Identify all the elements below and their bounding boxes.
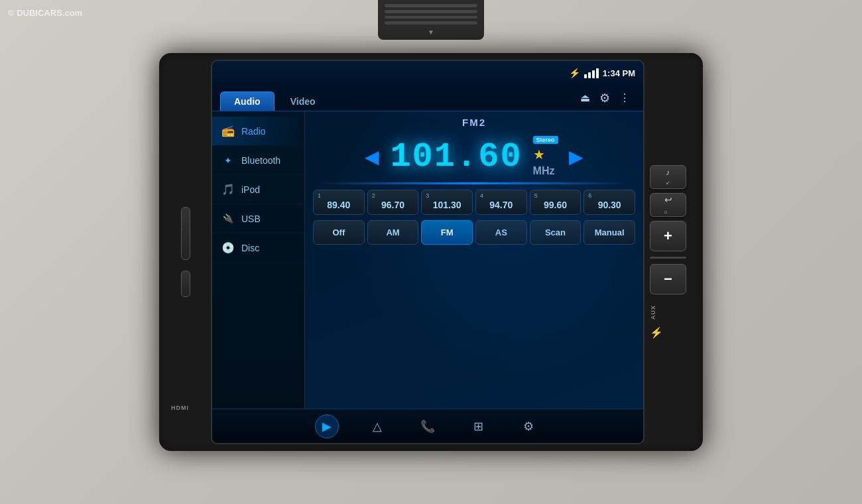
sidebar-item-ipod[interactable]: 🎵 iPod	[212, 175, 304, 204]
frequency-value: 101.60	[390, 137, 522, 176]
sidebar-item-label-ipod: iPod	[241, 184, 260, 195]
left-slider	[181, 207, 190, 260]
mode-button-fm[interactable]: FM	[421, 220, 473, 245]
preset-button-6[interactable]: 690.30	[584, 190, 635, 215]
preset-freq-3: 101.30	[424, 200, 469, 210]
tab-audio[interactable]: Audio	[220, 92, 275, 111]
disc-icon: 💿	[221, 241, 235, 254]
frequency-unit: MHz	[533, 165, 555, 177]
frequency-bar	[318, 182, 630, 184]
settings-icon[interactable]: ⚙	[599, 91, 610, 105]
favorite-star-icon[interactable]: ★	[533, 147, 545, 162]
sidebar-item-usb[interactable]: 🔌 USB	[212, 204, 304, 233]
sidebar-item-label-radio: Radio	[241, 126, 266, 137]
vent-slat	[385, 10, 477, 13]
signal-bar-4	[596, 68, 599, 78]
bottom-nav-navigation[interactable]: △	[365, 414, 389, 438]
sidebar-item-bluetooth[interactable]: ✦ Bluetooth	[212, 146, 304, 175]
vent-arrow-icon: ▼	[428, 29, 434, 36]
volume-up-button[interactable]: +	[650, 221, 686, 251]
volume-down-button[interactable]: −	[650, 264, 686, 294]
top-vent: ▼	[378, 0, 484, 40]
stereo-label: Stereo	[536, 137, 555, 143]
mode-button-scan[interactable]: Scan	[530, 220, 582, 245]
mode-button-off[interactable]: Off	[313, 220, 365, 245]
preset-grid: 189.40296.703101.30494.70599.60690.30	[305, 190, 643, 220]
preset-button-4[interactable]: 494.70	[475, 190, 527, 215]
preset-num-3: 3	[426, 192, 429, 199]
bottom-nav-settings[interactable]: ⚙	[517, 414, 540, 438]
mode-button-manual[interactable]: Manual	[584, 220, 635, 245]
bottom-navigation: ▶ △ 📞 ⊞ ⚙	[212, 409, 643, 443]
vent-slat	[385, 16, 477, 19]
right-panel: ♪↙ ↩⌂ + − AUX ⚡	[650, 60, 696, 444]
vent-slat	[385, 4, 477, 7]
usb-port-icon: ⚡	[650, 326, 663, 339]
sidebar-item-label-bluetooth: Bluetooth	[241, 155, 280, 166]
left-panel: HDMI	[166, 60, 206, 444]
bluetooth-nav-icon: ✦	[221, 155, 235, 166]
preset-button-3[interactable]: 3101.30	[421, 190, 473, 215]
sidebar-item-disc[interactable]: 💿 Disc	[212, 233, 304, 263]
mode-grid: OffAMFMASScanManual	[305, 220, 643, 250]
bluetooth-icon: ⚡	[569, 68, 580, 78]
preset-freq-1: 89.40	[316, 200, 361, 210]
minus-icon: −	[664, 271, 672, 288]
preset-button-2[interactable]: 296.70	[367, 190, 419, 215]
prev-frequency-button[interactable]: ◀	[365, 146, 379, 168]
signal-bar-3	[592, 70, 595, 78]
signal-bar-1	[584, 74, 587, 78]
bottom-nav-media[interactable]: ▶	[315, 414, 339, 438]
ipod-icon: 🎵	[221, 183, 235, 196]
tab-video[interactable]: Video	[277, 92, 329, 111]
bottom-nav-apps[interactable]: ⊞	[466, 414, 490, 438]
preset-button-5[interactable]: 599.60	[530, 190, 582, 215]
status-bar: ⚡ 1:34 PM	[212, 61, 643, 85]
vent-slat	[385, 21, 477, 25]
left-slider-2	[181, 271, 190, 297]
mode-button-am[interactable]: AM	[367, 220, 419, 245]
head-unit-frame: HDMI ⚡ 1:34 PM	[159, 53, 703, 451]
car-panel: © DUBICARS.com ▼ HDMI ⚡	[0, 0, 862, 504]
preset-freq-5: 99.60	[533, 200, 578, 210]
frequency-unit-block: Stereo ★ MHz	[533, 136, 558, 177]
preset-num-6: 6	[588, 192, 591, 199]
status-icons: ⚡ 1:34 PM	[569, 68, 635, 78]
sidebar-item-radio[interactable]: 📻 Radio	[212, 117, 304, 146]
preset-freq-4: 94.70	[479, 200, 524, 210]
preset-button-1[interactable]: 189.40	[313, 190, 365, 215]
more-icon[interactable]: ⋮	[619, 92, 630, 104]
preset-freq-2: 96.70	[371, 200, 416, 210]
mode-button-as[interactable]: AS	[475, 220, 527, 245]
preset-num-2: 2	[372, 192, 375, 199]
infotainment-screen[interactable]: ⚡ 1:34 PM Audio Video ⏏	[211, 60, 645, 444]
radio-icon: 📻	[221, 125, 235, 137]
left-navigation: 📻 Radio ✦ Bluetooth 🎵 iPod 🔌 USB	[212, 111, 305, 409]
preset-num-5: 5	[534, 192, 538, 199]
frequency-display: ◀ 101.60 Stereo ★ MHz ▶	[305, 131, 643, 182]
signal-bar-2	[588, 72, 591, 78]
stereo-badge: Stereo	[533, 136, 558, 144]
band-label: FM2	[305, 111, 643, 131]
audio-note-icon: ♪↙	[666, 168, 670, 186]
usb-icon: 🔌	[221, 214, 235, 223]
audio-control-button[interactable]: ♪↙	[650, 165, 686, 189]
aux-label: AUX	[650, 305, 656, 320]
status-time: 1:34 PM	[603, 68, 635, 78]
back-button[interactable]: ↩⌂	[650, 193, 686, 217]
content-area: 📻 Radio ✦ Bluetooth 🎵 iPod 🔌 USB	[212, 111, 643, 409]
volume-divider	[650, 257, 686, 259]
eject-icon[interactable]: ⏏	[580, 92, 590, 104]
preset-num-1: 1	[318, 192, 321, 199]
back-icon: ↩⌂	[664, 194, 672, 216]
sidebar-item-label-disc: Disc	[241, 243, 259, 253]
watermark: © DUBICARS.com	[8, 8, 82, 18]
bottom-nav-phone[interactable]: 📞	[416, 414, 440, 438]
radio-content: FM2 ◀ 101.60 Stereo ★ MHz ▶	[305, 111, 643, 409]
preset-freq-6: 90.30	[587, 200, 632, 210]
hdmi-label: HDMI	[171, 405, 189, 411]
preset-num-4: 4	[480, 192, 483, 199]
sidebar-item-label-usb: USB	[241, 214, 261, 224]
next-frequency-button[interactable]: ▶	[569, 146, 584, 168]
plus-icon: +	[664, 227, 672, 245]
